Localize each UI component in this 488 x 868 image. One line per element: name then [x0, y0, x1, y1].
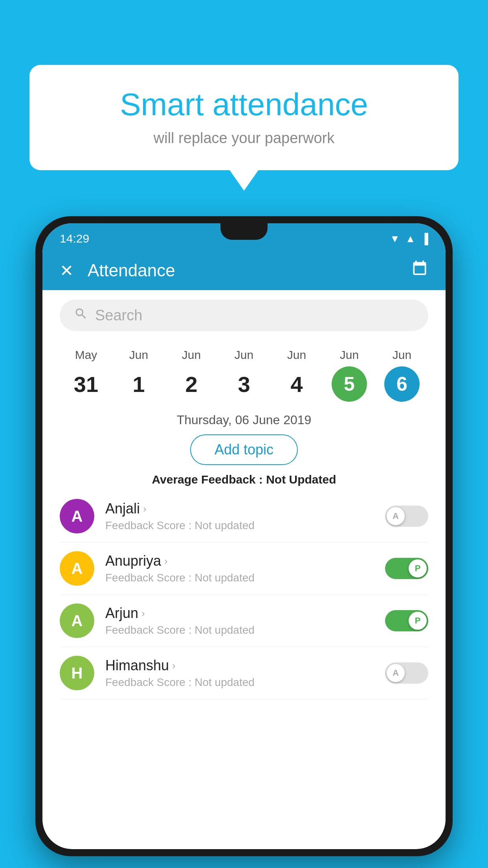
student-item[interactable]: AAnupriya ›Feedback Score : Not updatedP [60, 542, 428, 595]
cal-date-label: 3 [226, 366, 262, 402]
add-topic-button[interactable]: Add topic [190, 434, 298, 465]
chevron-icon: › [164, 555, 168, 567]
student-avatar: A [60, 499, 94, 533]
attendance-toggle[interactable]: P [385, 610, 428, 631]
student-info: Himanshu ›Feedback Score : Not updated [105, 657, 374, 689]
calendar-day[interactable]: Jun2 [174, 348, 209, 402]
calendar-day[interactable]: Jun1 [121, 348, 156, 402]
calendar-row: May31Jun1Jun2Jun3Jun4Jun5Jun6 [42, 340, 446, 402]
close-button[interactable]: ✕ [60, 261, 73, 280]
student-list: AAnjali ›Feedback Score : Not updatedAAA… [42, 490, 446, 699]
cal-date-label: 1 [121, 366, 156, 402]
status-icons: ▼ ▲ ▐ [390, 233, 428, 245]
cal-month-label: Jun [340, 348, 359, 362]
calendar-button[interactable] [411, 260, 428, 281]
student-info: Anupriya ›Feedback Score : Not updated [105, 553, 374, 584]
student-item[interactable]: HHimanshu ›Feedback Score : Not updatedA [60, 647, 428, 699]
avg-feedback-value: Not Updated [266, 473, 336, 486]
toggle-switch[interactable]: P [385, 610, 428, 631]
student-name: Anupriya › [105, 553, 374, 569]
calendar-day[interactable]: Jun4 [279, 348, 314, 402]
toggle-switch[interactable]: A [385, 506, 428, 527]
bubble-subtitle: will replace your paperwork [53, 130, 435, 147]
student-item[interactable]: AAnjali ›Feedback Score : Not updatedA [60, 490, 428, 542]
battery-icon: ▐ [421, 233, 428, 245]
app-bar-title: Attendance [88, 261, 397, 280]
student-name: Himanshu › [105, 657, 374, 674]
student-avatar: A [60, 551, 94, 586]
student-avatar: A [60, 603, 94, 638]
student-feedback: Feedback Score : Not updated [105, 519, 374, 532]
cal-date-label: 2 [174, 366, 209, 402]
toggle-knob: A [387, 507, 405, 525]
selected-date-label: Thursday, 06 June 2019 [42, 402, 446, 434]
attendance-toggle[interactable]: P [385, 558, 428, 579]
search-bar-container: Search [42, 290, 446, 340]
toggle-knob: A [387, 664, 405, 682]
cal-date-label: 5 [332, 366, 367, 402]
toggle-switch[interactable]: P [385, 558, 428, 579]
student-item[interactable]: AArjun ›Feedback Score : Not updatedP [60, 595, 428, 647]
student-name: Arjun › [105, 605, 374, 622]
cal-month-label: Jun [287, 348, 306, 362]
student-info: Arjun ›Feedback Score : Not updated [105, 605, 374, 636]
wifi-icon: ▼ [390, 233, 400, 245]
search-bar[interactable]: Search [60, 300, 428, 331]
student-feedback: Feedback Score : Not updated [105, 572, 374, 584]
avg-feedback: Average Feedback : Not Updated [42, 465, 446, 490]
cal-month-label: May [75, 348, 97, 362]
student-feedback: Feedback Score : Not updated [105, 676, 374, 689]
student-avatar: H [60, 656, 94, 690]
attendance-toggle[interactable]: A [385, 662, 428, 684]
cal-date-label: 31 [68, 366, 104, 402]
phone-screen: 14:29 ▼ ▲ ▐ ✕ Attendance [42, 223, 446, 849]
cal-month-label: Jun [182, 348, 201, 362]
student-name: Anjali › [105, 500, 374, 517]
phone-notch [220, 223, 268, 240]
toggle-switch[interactable]: A [385, 662, 428, 684]
signal-icon: ▲ [405, 233, 416, 245]
student-info: Anjali ›Feedback Score : Not updated [105, 500, 374, 532]
cal-month-label: Jun [129, 348, 148, 362]
cal-date-label: 4 [279, 366, 314, 402]
calendar-day[interactable]: May31 [68, 348, 104, 402]
attendance-toggle[interactable]: A [385, 506, 428, 527]
calendar-day[interactable]: Jun3 [226, 348, 262, 402]
search-placeholder: Search [95, 307, 142, 324]
cal-date-label: 6 [384, 366, 420, 402]
chevron-icon: › [172, 660, 176, 672]
avg-feedback-label: Average Feedback : [152, 473, 266, 486]
cal-month-label: Jun [235, 348, 253, 362]
cal-month-label: Jun [393, 348, 411, 362]
status-time: 14:29 [60, 232, 89, 245]
calendar-day[interactable]: Jun5 [332, 348, 367, 402]
search-icon [74, 307, 88, 324]
toggle-knob: P [409, 612, 427, 630]
phone-frame: 14:29 ▼ ▲ ▐ ✕ Attendance [35, 216, 453, 856]
student-feedback: Feedback Score : Not updated [105, 624, 374, 636]
speech-bubble: Smart attendance will replace your paper… [29, 65, 459, 170]
app-bar: ✕ Attendance [42, 251, 446, 290]
chevron-icon: › [143, 503, 147, 515]
toggle-knob: P [409, 559, 427, 577]
calendar-day[interactable]: Jun6 [384, 348, 420, 402]
bubble-title: Smart attendance [53, 86, 435, 123]
chevron-icon: › [141, 607, 145, 620]
